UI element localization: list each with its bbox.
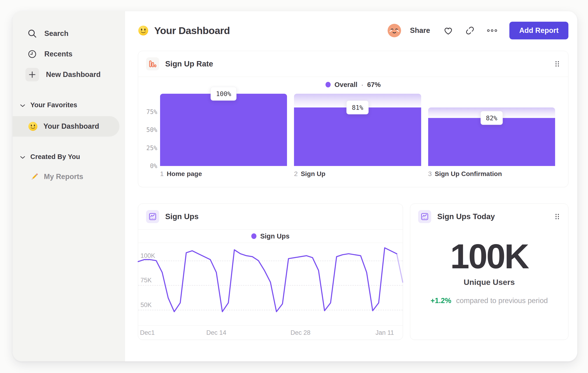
line-xtick-label: Dec 14 xyxy=(206,329,226,336)
metric-value: 100K xyxy=(410,238,568,274)
funnel-step-index: 3 xyxy=(428,170,432,178)
line-xtick-label: Jan 11 xyxy=(375,329,394,336)
funnel-categories: 1Home page2Sign Up3Sign Up Confirmation xyxy=(160,170,555,178)
title-group: Your Dashboard xyxy=(138,25,230,36)
metric-delta-row: +1.2% compared to previous period xyxy=(410,297,568,305)
funnel-ytick-label: 50% xyxy=(146,126,157,133)
created-by-you-section-header[interactable]: Created By You xyxy=(13,150,125,163)
funnel-chart-icon xyxy=(146,57,159,71)
legend-dot xyxy=(326,82,331,87)
desktop-background: { "sidebar": { "primary": [ { "label": "… xyxy=(0,0,588,373)
line-xtick-label: Dec 28 xyxy=(291,329,311,336)
funnel-ytick-label: 25% xyxy=(146,144,157,151)
cards-row: Sign Ups Sign Ups 100K75K50K Dec1Dec 14D… xyxy=(138,203,568,340)
funnel-body: 75%50%25%0% 100%81%82% 1Home page2Sign U… xyxy=(138,92,568,178)
smiley-emoji xyxy=(28,121,38,131)
sidebar-item-recents[interactable]: Recents xyxy=(13,44,125,64)
legend-series-name: Sign Ups xyxy=(260,232,290,240)
funnel-step-index: 2 xyxy=(294,170,298,178)
sidebar-item-label: Recents xyxy=(44,50,73,58)
chevron-down-icon xyxy=(20,101,25,109)
legend-separator: · xyxy=(361,81,364,89)
sidebar: Search Recents New Dashboard Your Favori… xyxy=(13,11,125,361)
pencil-emoji xyxy=(30,172,39,181)
metric-label: Unique Users xyxy=(410,278,568,287)
line-plot: 100K75K50K xyxy=(138,243,403,325)
recents-clock-icon xyxy=(27,49,37,59)
search-icon xyxy=(27,29,37,39)
funnel-bar-fill xyxy=(294,108,421,166)
signups-line-card: Sign Ups Sign Ups 100K75K50K Dec1Dec 14D… xyxy=(138,203,403,340)
add-report-button[interactable]: Add Report xyxy=(509,22,568,40)
signup-rate-card-header: Sign Up Rate xyxy=(138,51,568,77)
sidebar-item-label: Your Dashboard xyxy=(43,122,99,131)
sidebar-section-created-by-you: Created By You My Reports xyxy=(13,150,125,186)
signups-card-header: Sign Ups xyxy=(138,204,403,229)
legend-dot xyxy=(251,233,256,239)
card-title: Sign Ups xyxy=(165,212,199,221)
funnel-ytick-label: 0% xyxy=(150,162,157,170)
funnel-category-label: 3Sign Up Confirmation xyxy=(428,170,555,178)
signups-today-card: Sign Ups Today 100K Unique Users +1.2% c… xyxy=(410,203,568,340)
drag-handle-icon[interactable] xyxy=(554,213,560,220)
funnel-plot: 100%81%82% xyxy=(160,94,555,166)
sidebar-item-your-dashboard[interactable]: Your Dashboard xyxy=(13,116,119,137)
chevron-down-icon xyxy=(20,153,25,161)
signups-today-card-header: Sign Ups Today xyxy=(410,204,568,229)
funnel-bar-step-3[interactable]: 82% xyxy=(428,94,555,166)
sidebar-item-label: Search xyxy=(44,29,68,38)
funnel-value-label: 81% xyxy=(346,101,369,114)
funnel-step-name: Sign Up xyxy=(301,170,326,178)
drag-handle-icon[interactable] xyxy=(554,60,560,68)
funnel-step-index: 1 xyxy=(160,170,164,178)
share-button[interactable]: Share xyxy=(410,26,430,35)
funnel-bar-step-2[interactable]: 81% xyxy=(294,94,421,166)
sidebar-item-search[interactable]: Search xyxy=(13,23,125,44)
delta-context: compared to previous period xyxy=(456,297,548,305)
line-legend[interactable]: Sign Ups xyxy=(138,230,403,243)
sidebar-section-favorites: Your Favorites Your Dashboard xyxy=(13,98,125,137)
funnel-bar-fill xyxy=(160,94,287,166)
page-title: Your Dashboard xyxy=(154,25,230,36)
section-label: Your Favorites xyxy=(30,101,77,109)
funnel-value-label: 100% xyxy=(211,87,237,101)
smiley-emoji xyxy=(138,25,149,36)
funnel-value-label: 82% xyxy=(480,111,503,125)
sidebar-item-my-reports[interactable]: My Reports xyxy=(13,167,125,186)
app-window: Search Recents New Dashboard Your Favori… xyxy=(13,11,577,361)
funnel-legend[interactable]: Overall · 67% xyxy=(138,77,568,92)
sidebar-item-label: My Reports xyxy=(44,172,83,181)
funnel-step-name: Sign Up Confirmation xyxy=(435,170,502,178)
card-title: Sign Up Rate xyxy=(165,60,213,68)
favorite-heart-icon[interactable] xyxy=(443,26,453,35)
signup-rate-card: Sign Up Rate Overall · 67% 75%50%25%0% 1… xyxy=(138,51,568,187)
line-xaxis: Dec1Dec 14Dec 28Jan 11 xyxy=(138,325,403,339)
header-actions: Share Add Report xyxy=(388,22,568,40)
funnel-category-label: 1Home page xyxy=(160,170,287,178)
copy-link-icon[interactable] xyxy=(465,26,475,35)
funnel-yaxis: 75%50%25%0% xyxy=(140,94,157,166)
funnel-category-label: 2Sign Up xyxy=(294,170,421,178)
metric-body: 100K Unique Users +1.2% compared to prev… xyxy=(410,238,568,305)
line-chart-icon xyxy=(146,210,159,223)
delta-value: +1.2% xyxy=(430,297,451,305)
more-options-ellipsis-icon[interactable] xyxy=(486,28,498,33)
legend-overall-value: 67% xyxy=(367,81,381,89)
funnel-step-name: Home page xyxy=(167,170,202,178)
sidebar-item-new-dashboard[interactable]: New Dashboard xyxy=(13,64,125,85)
funnel-bar-fill xyxy=(428,118,555,166)
section-label: Created By You xyxy=(30,153,80,161)
sidebar-item-label: New Dashboard xyxy=(46,71,101,79)
dashboard-header: Your Dashboard Share Add Report xyxy=(138,21,568,40)
funnel-ytick-label: 75% xyxy=(146,108,157,115)
signups-line-series xyxy=(138,243,403,325)
line-chart-icon xyxy=(418,210,431,223)
legend-series-name: Overall xyxy=(334,81,357,89)
main-content: Your Dashboard Share Add Report xyxy=(125,11,577,361)
plus-icon xyxy=(25,68,39,81)
favorites-section-header[interactable]: Your Favorites xyxy=(13,98,125,111)
card-title: Sign Ups Today xyxy=(437,212,495,221)
line-xtick-label: Dec1 xyxy=(140,329,155,336)
funnel-bar-step-1[interactable]: 100% xyxy=(160,94,287,166)
avatar[interactable] xyxy=(388,24,401,37)
